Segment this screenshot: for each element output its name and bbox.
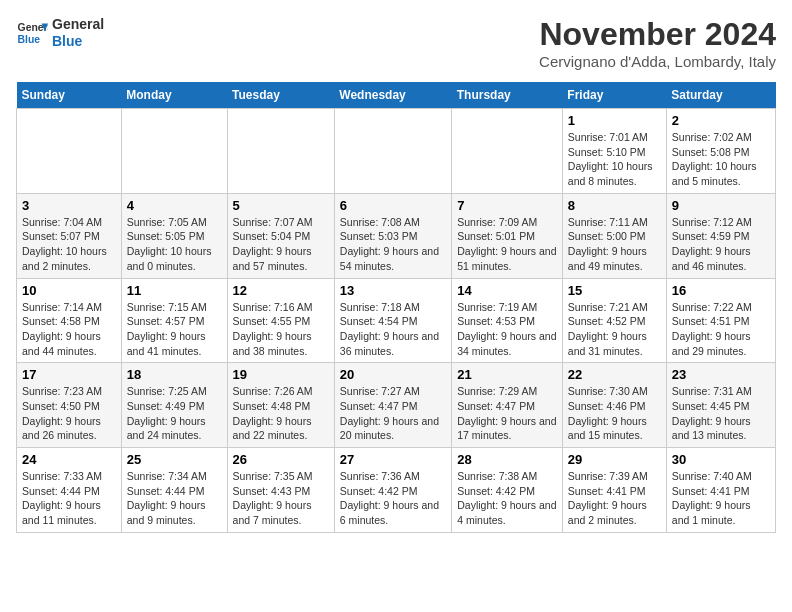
day-number: 25	[127, 452, 222, 467]
calendar-cell: 29Sunrise: 7:39 AM Sunset: 4:41 PM Dayli…	[562, 448, 666, 533]
calendar-cell	[17, 109, 122, 194]
logo-icon: General Blue	[16, 17, 48, 49]
day-info: Sunrise: 7:33 AM Sunset: 4:44 PM Dayligh…	[22, 469, 116, 528]
day-number: 21	[457, 367, 557, 382]
day-info: Sunrise: 7:15 AM Sunset: 4:57 PM Dayligh…	[127, 300, 222, 359]
calendar-cell: 26Sunrise: 7:35 AM Sunset: 4:43 PM Dayli…	[227, 448, 334, 533]
day-info: Sunrise: 7:27 AM Sunset: 4:47 PM Dayligh…	[340, 384, 446, 443]
header-sunday: Sunday	[17, 82, 122, 109]
calendar-cell: 4Sunrise: 7:05 AM Sunset: 5:05 PM Daylig…	[121, 193, 227, 278]
day-info: Sunrise: 7:01 AM Sunset: 5:10 PM Dayligh…	[568, 130, 661, 189]
day-number: 19	[233, 367, 329, 382]
day-info: Sunrise: 7:18 AM Sunset: 4:54 PM Dayligh…	[340, 300, 446, 359]
calendar-week-4: 17Sunrise: 7:23 AM Sunset: 4:50 PM Dayli…	[17, 363, 776, 448]
day-info: Sunrise: 7:35 AM Sunset: 4:43 PM Dayligh…	[233, 469, 329, 528]
day-number: 10	[22, 283, 116, 298]
day-number: 20	[340, 367, 446, 382]
day-number: 29	[568, 452, 661, 467]
day-number: 16	[672, 283, 770, 298]
calendar-cell: 27Sunrise: 7:36 AM Sunset: 4:42 PM Dayli…	[334, 448, 451, 533]
calendar-week-3: 10Sunrise: 7:14 AM Sunset: 4:58 PM Dayli…	[17, 278, 776, 363]
calendar-cell: 20Sunrise: 7:27 AM Sunset: 4:47 PM Dayli…	[334, 363, 451, 448]
day-info: Sunrise: 7:16 AM Sunset: 4:55 PM Dayligh…	[233, 300, 329, 359]
day-info: Sunrise: 7:34 AM Sunset: 4:44 PM Dayligh…	[127, 469, 222, 528]
header-saturday: Saturday	[666, 82, 775, 109]
day-info: Sunrise: 7:11 AM Sunset: 5:00 PM Dayligh…	[568, 215, 661, 274]
calendar-cell: 7Sunrise: 7:09 AM Sunset: 5:01 PM Daylig…	[452, 193, 563, 278]
calendar-cell	[121, 109, 227, 194]
calendar-cell: 19Sunrise: 7:26 AM Sunset: 4:48 PM Dayli…	[227, 363, 334, 448]
header-friday: Friday	[562, 82, 666, 109]
day-number: 4	[127, 198, 222, 213]
day-info: Sunrise: 7:19 AM Sunset: 4:53 PM Dayligh…	[457, 300, 557, 359]
day-number: 15	[568, 283, 661, 298]
header: General Blue General Blue November 2024 …	[16, 16, 776, 70]
day-number: 17	[22, 367, 116, 382]
day-info: Sunrise: 7:12 AM Sunset: 4:59 PM Dayligh…	[672, 215, 770, 274]
day-info: Sunrise: 7:07 AM Sunset: 5:04 PM Dayligh…	[233, 215, 329, 274]
calendar-cell: 14Sunrise: 7:19 AM Sunset: 4:53 PM Dayli…	[452, 278, 563, 363]
day-number: 2	[672, 113, 770, 128]
day-info: Sunrise: 7:14 AM Sunset: 4:58 PM Dayligh…	[22, 300, 116, 359]
calendar-cell: 6Sunrise: 7:08 AM Sunset: 5:03 PM Daylig…	[334, 193, 451, 278]
calendar-cell: 3Sunrise: 7:04 AM Sunset: 5:07 PM Daylig…	[17, 193, 122, 278]
calendar-cell: 25Sunrise: 7:34 AM Sunset: 4:44 PM Dayli…	[121, 448, 227, 533]
day-info: Sunrise: 7:09 AM Sunset: 5:01 PM Dayligh…	[457, 215, 557, 274]
calendar-cell: 10Sunrise: 7:14 AM Sunset: 4:58 PM Dayli…	[17, 278, 122, 363]
day-info: Sunrise: 7:05 AM Sunset: 5:05 PM Dayligh…	[127, 215, 222, 274]
day-number: 5	[233, 198, 329, 213]
header-tuesday: Tuesday	[227, 82, 334, 109]
day-info: Sunrise: 7:22 AM Sunset: 4:51 PM Dayligh…	[672, 300, 770, 359]
calendar-cell: 24Sunrise: 7:33 AM Sunset: 4:44 PM Dayli…	[17, 448, 122, 533]
title-block: November 2024 Cervignano d'Adda, Lombard…	[539, 16, 776, 70]
header-monday: Monday	[121, 82, 227, 109]
calendar-cell	[227, 109, 334, 194]
calendar-cell: 22Sunrise: 7:30 AM Sunset: 4:46 PM Dayli…	[562, 363, 666, 448]
day-number: 7	[457, 198, 557, 213]
day-number: 14	[457, 283, 557, 298]
logo-line1: General	[52, 16, 104, 33]
calendar-cell: 16Sunrise: 7:22 AM Sunset: 4:51 PM Dayli…	[666, 278, 775, 363]
calendar-cell	[334, 109, 451, 194]
day-info: Sunrise: 7:40 AM Sunset: 4:41 PM Dayligh…	[672, 469, 770, 528]
day-info: Sunrise: 7:39 AM Sunset: 4:41 PM Dayligh…	[568, 469, 661, 528]
day-info: Sunrise: 7:23 AM Sunset: 4:50 PM Dayligh…	[22, 384, 116, 443]
day-info: Sunrise: 7:29 AM Sunset: 4:47 PM Dayligh…	[457, 384, 557, 443]
header-thursday: Thursday	[452, 82, 563, 109]
calendar-cell: 17Sunrise: 7:23 AM Sunset: 4:50 PM Dayli…	[17, 363, 122, 448]
day-info: Sunrise: 7:30 AM Sunset: 4:46 PM Dayligh…	[568, 384, 661, 443]
day-info: Sunrise: 7:38 AM Sunset: 4:42 PM Dayligh…	[457, 469, 557, 528]
main-title: November 2024	[539, 16, 776, 53]
day-number: 23	[672, 367, 770, 382]
calendar-cell: 15Sunrise: 7:21 AM Sunset: 4:52 PM Dayli…	[562, 278, 666, 363]
day-info: Sunrise: 7:26 AM Sunset: 4:48 PM Dayligh…	[233, 384, 329, 443]
calendar-cell: 13Sunrise: 7:18 AM Sunset: 4:54 PM Dayli…	[334, 278, 451, 363]
calendar-cell: 8Sunrise: 7:11 AM Sunset: 5:00 PM Daylig…	[562, 193, 666, 278]
day-number: 8	[568, 198, 661, 213]
day-number: 9	[672, 198, 770, 213]
subtitle: Cervignano d'Adda, Lombardy, Italy	[539, 53, 776, 70]
calendar-cell: 11Sunrise: 7:15 AM Sunset: 4:57 PM Dayli…	[121, 278, 227, 363]
calendar-cell: 9Sunrise: 7:12 AM Sunset: 4:59 PM Daylig…	[666, 193, 775, 278]
day-number: 26	[233, 452, 329, 467]
logo: General Blue General Blue	[16, 16, 104, 50]
calendar-cell: 2Sunrise: 7:02 AM Sunset: 5:08 PM Daylig…	[666, 109, 775, 194]
day-number: 28	[457, 452, 557, 467]
day-info: Sunrise: 7:04 AM Sunset: 5:07 PM Dayligh…	[22, 215, 116, 274]
calendar-table: SundayMondayTuesdayWednesdayThursdayFrid…	[16, 82, 776, 533]
calendar-week-2: 3Sunrise: 7:04 AM Sunset: 5:07 PM Daylig…	[17, 193, 776, 278]
day-number: 11	[127, 283, 222, 298]
calendar-cell: 28Sunrise: 7:38 AM Sunset: 4:42 PM Dayli…	[452, 448, 563, 533]
day-number: 24	[22, 452, 116, 467]
calendar-week-1: 1Sunrise: 7:01 AM Sunset: 5:10 PM Daylig…	[17, 109, 776, 194]
calendar-week-5: 24Sunrise: 7:33 AM Sunset: 4:44 PM Dayli…	[17, 448, 776, 533]
calendar-cell: 21Sunrise: 7:29 AM Sunset: 4:47 PM Dayli…	[452, 363, 563, 448]
calendar-cell	[452, 109, 563, 194]
day-info: Sunrise: 7:21 AM Sunset: 4:52 PM Dayligh…	[568, 300, 661, 359]
day-number: 18	[127, 367, 222, 382]
day-number: 3	[22, 198, 116, 213]
calendar-cell: 30Sunrise: 7:40 AM Sunset: 4:41 PM Dayli…	[666, 448, 775, 533]
calendar-cell: 5Sunrise: 7:07 AM Sunset: 5:04 PM Daylig…	[227, 193, 334, 278]
calendar-cell: 12Sunrise: 7:16 AM Sunset: 4:55 PM Dayli…	[227, 278, 334, 363]
day-number: 30	[672, 452, 770, 467]
